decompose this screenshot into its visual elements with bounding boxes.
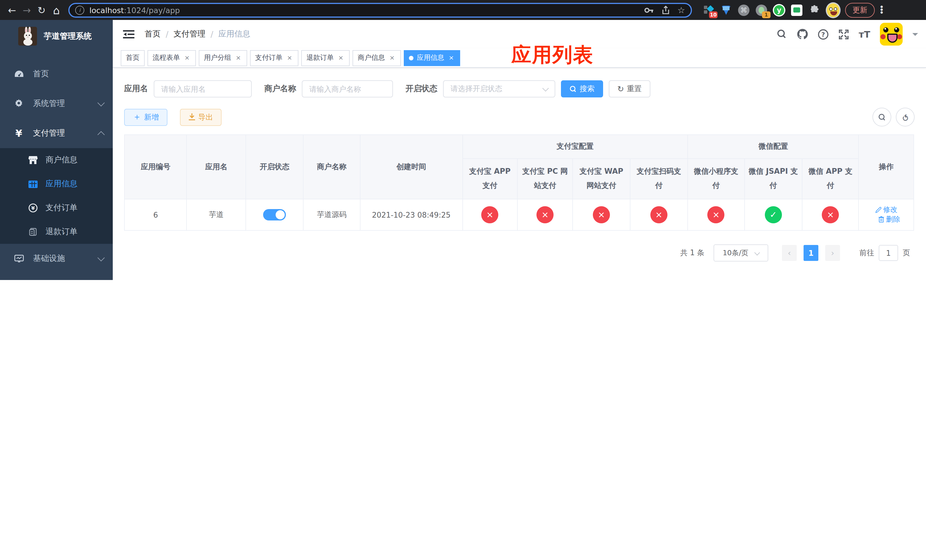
extension-tabs-icon[interactable]: 10 bbox=[702, 4, 715, 16]
extensions-strip: 10 ⌘ 1 y bbox=[702, 3, 841, 17]
browser-profile-avatar[interactable] bbox=[826, 3, 841, 17]
enabled-status-icon: ✓ bbox=[765, 206, 782, 223]
sidebar-item-merchant-info[interactable]: 商户信息 bbox=[0, 148, 113, 172]
back-icon[interactable]: ← bbox=[5, 3, 20, 17]
breadcrumb-payment[interactable]: 支付管理 bbox=[173, 29, 205, 39]
sidebar-item-pay-orders[interactable]: ¥ 支付订单 bbox=[0, 196, 113, 220]
collapse-sidebar-icon[interactable] bbox=[123, 29, 135, 39]
main-area: 首页 / 支付管理 / 应用信息 ? ᴛT 应用列表 首 bbox=[113, 20, 926, 280]
bookmark-star-icon[interactable]: ☆ bbox=[678, 5, 685, 15]
sidebar-item-refund-orders[interactable]: 退款订单 bbox=[0, 220, 113, 244]
sidebar-item-infrastructure[interactable]: 基础设施 bbox=[0, 244, 113, 274]
cell-alipay-wap-status: × bbox=[573, 199, 630, 230]
sidebar-item-home[interactable]: 首页 bbox=[0, 59, 113, 89]
breadcrumb-home[interactable]: 首页 bbox=[145, 29, 160, 39]
extension-command-icon[interactable]: ⌘ bbox=[737, 4, 750, 16]
cell-wx-jsapi-status: ✓ bbox=[744, 199, 802, 230]
tab-app-info[interactable]: 应用信息× bbox=[404, 50, 460, 66]
cell-wx-mini-status: × bbox=[688, 199, 744, 230]
user-menu-caret-icon[interactable] bbox=[912, 33, 918, 38]
sidebar-item-payment[interactable]: ¥ 支付管理 bbox=[0, 118, 113, 148]
add-button[interactable]: ＋ 新增 bbox=[124, 109, 168, 126]
search-icon[interactable] bbox=[777, 29, 787, 39]
extension-badge: 10 bbox=[709, 11, 717, 18]
search-button[interactable]: 搜索 bbox=[561, 80, 603, 97]
refresh-table-button[interactable]: ⟲ bbox=[896, 107, 915, 127]
reload-icon[interactable]: ↻ bbox=[34, 3, 49, 17]
tab-process-form[interactable]: 流程表单× bbox=[147, 50, 196, 66]
page-1-button[interactable]: 1 bbox=[803, 245, 819, 261]
close-icon[interactable]: × bbox=[388, 54, 396, 62]
edit-link[interactable]: 修改 bbox=[875, 205, 897, 215]
app-name-label: 应用名 bbox=[124, 84, 148, 94]
col-alipay-app: 支付宝 APP 支付 bbox=[462, 159, 517, 199]
delete-link[interactable]: 删除 bbox=[878, 215, 900, 224]
extension-chat-icon[interactable] bbox=[790, 4, 803, 16]
prev-page-button[interactable]: ‹ bbox=[782, 245, 797, 261]
font-size-icon[interactable]: ᴛT bbox=[859, 29, 870, 39]
site-info-icon[interactable]: i bbox=[75, 5, 84, 15]
trash-icon bbox=[878, 216, 884, 223]
cell-alipay-app-status: × bbox=[462, 199, 517, 230]
close-icon[interactable]: × bbox=[183, 54, 191, 62]
url-text[interactable]: localhost:1024/pay/app bbox=[89, 5, 644, 15]
tab-home[interactable]: 首页 bbox=[121, 50, 145, 66]
goto-page-input[interactable] bbox=[879, 245, 898, 261]
tab-refund-orders[interactable]: 退款订单× bbox=[301, 50, 350, 66]
toggle-search-button[interactable] bbox=[873, 107, 891, 127]
close-icon[interactable]: × bbox=[448, 54, 455, 62]
sidebar-item-dev-tools[interactable]: 研发工具 bbox=[0, 274, 113, 280]
cell-alipay-qr-status: × bbox=[630, 199, 688, 230]
home-icon[interactable]: ⌂ bbox=[49, 3, 64, 17]
grid-icon bbox=[27, 180, 39, 188]
forward-icon[interactable]: → bbox=[20, 3, 34, 17]
apps-table: 应用编号 应用名 开启状态 商户名称 创建时间 支付宝配置 微信配置 操作 支付… bbox=[124, 135, 914, 231]
merchant-name-input[interactable] bbox=[302, 80, 393, 97]
page-size-select[interactable]: 10条/页 bbox=[714, 244, 768, 262]
browser-menu-icon[interactable]: ••• bbox=[879, 6, 884, 14]
col-alipay-pc: 支付宝 PC 网站支付 bbox=[517, 159, 573, 199]
password-key-icon[interactable] bbox=[644, 6, 654, 14]
close-icon[interactable]: × bbox=[286, 54, 293, 62]
help-icon[interactable]: ? bbox=[818, 29, 829, 39]
group-alipay-config: 支付宝配置 bbox=[462, 135, 688, 159]
disabled-status-icon: × bbox=[536, 206, 554, 223]
share-icon[interactable] bbox=[661, 5, 669, 15]
tab-user-group[interactable]: 用户分组× bbox=[199, 50, 247, 66]
address-bar[interactable]: i localhost:1024/pay/app ☆ bbox=[68, 3, 692, 17]
goto-label: 前往 bbox=[859, 248, 874, 258]
app-name-input[interactable] bbox=[154, 80, 252, 97]
fullscreen-icon[interactable] bbox=[838, 29, 849, 39]
app-logo-row[interactable]: 芋道管理系统 bbox=[0, 20, 113, 52]
extensions-puzzle-icon[interactable] bbox=[808, 4, 821, 16]
cell-enabled bbox=[246, 199, 304, 230]
yen-icon: ¥ bbox=[12, 128, 25, 139]
export-button[interactable]: 导出 bbox=[180, 109, 221, 126]
sidebar-item-app-info[interactable]: 应用信息 bbox=[0, 172, 113, 196]
sidebar-item-system[interactable]: 系统管理 bbox=[0, 89, 113, 118]
disabled-status-icon: × bbox=[822, 206, 839, 223]
browser-update-button[interactable]: 更新 bbox=[845, 3, 875, 17]
github-icon[interactable] bbox=[797, 29, 808, 40]
top-navbar: 首页 / 支付管理 / 应用信息 ? ᴛT bbox=[113, 20, 926, 48]
chevron-up-icon bbox=[97, 131, 104, 138]
disabled-status-icon: × bbox=[651, 206, 667, 223]
status-select[interactable]: 请选择开启状态 bbox=[443, 80, 555, 97]
extension-badge: 1 bbox=[762, 11, 770, 18]
app-enabled-toggle[interactable] bbox=[263, 209, 286, 221]
pagination: 共 1 条 10条/页 ‹ 1 › 前往 页 bbox=[124, 244, 920, 262]
tags-view-bar: 首页 流程表单× 用户分组× 支付订单× 退款订单× 商户信息× 应用信息× bbox=[113, 48, 926, 68]
col-app-name: 应用名 bbox=[187, 135, 246, 199]
screen: ← → ↻ ⌂ i localhost:1024/pay/app ☆ 10 ⌘ … bbox=[0, 0, 926, 280]
extension-gem-icon[interactable] bbox=[720, 4, 732, 16]
tab-pay-orders[interactable]: 支付订单× bbox=[250, 50, 298, 66]
reset-button[interactable]: ↻ 重置 bbox=[609, 80, 650, 97]
extension-yuque-icon[interactable]: y bbox=[773, 4, 785, 16]
close-icon[interactable]: × bbox=[337, 54, 345, 62]
next-page-button[interactable]: › bbox=[825, 245, 840, 261]
user-avatar[interactable] bbox=[880, 23, 903, 45]
close-icon[interactable]: × bbox=[235, 54, 242, 62]
col-alipay-qr: 支付宝扫码支付 bbox=[630, 159, 688, 199]
extension-camera-icon[interactable]: 1 bbox=[755, 4, 768, 16]
tab-merchant-info[interactable]: 商户信息× bbox=[353, 50, 401, 66]
